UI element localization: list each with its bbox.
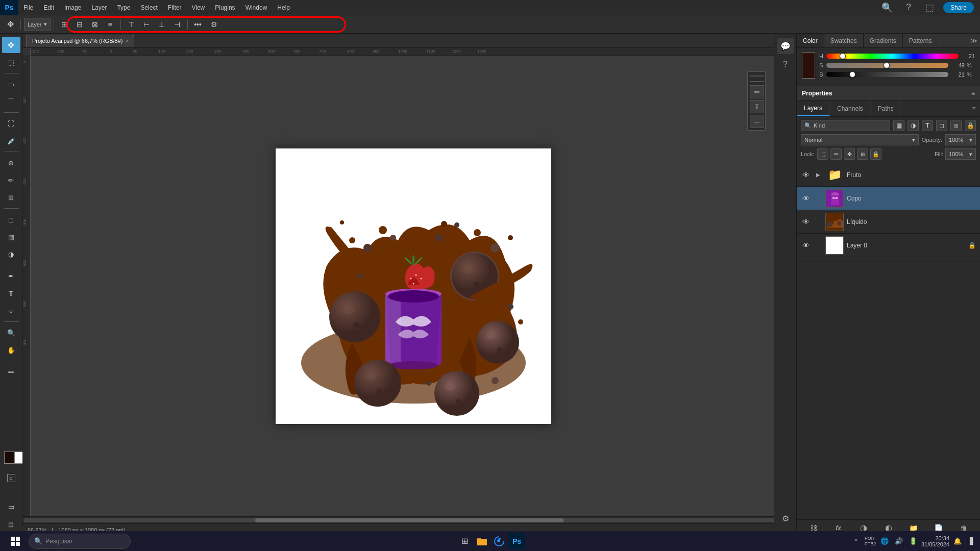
menu-layer[interactable]: Layer: [86, 0, 112, 15]
tab-paths[interactable]: Paths: [871, 101, 901, 116]
show-desktop-btn[interactable]: ▋: [966, 536, 976, 546]
zoom-tool-btn[interactable]: 🔍: [2, 324, 20, 341]
fruto-visibility-btn[interactable]: 👁: [801, 170, 811, 180]
brush-tool-btn[interactable]: ✏: [2, 172, 20, 188]
search-bar[interactable]: 🔍 Pesquisar: [29, 534, 131, 549]
layers-panel-menu[interactable]: ≡: [968, 101, 980, 117]
fruto-expand-btn[interactable]: ▶: [814, 171, 822, 179]
canvas-content[interactable]: ✏ T —: [31, 56, 796, 516]
kind-shape-btn[interactable]: ◻: [936, 120, 947, 131]
blend-mode-dropdown[interactable]: Normal ▾: [801, 134, 919, 145]
align-left-icon[interactable]: ⊞: [57, 18, 71, 31]
volume-icon[interactable]: 🔊: [894, 536, 904, 546]
layer-dropdown[interactable]: Layer ▾: [24, 18, 51, 31]
tab-channels[interactable]: Channels: [830, 101, 871, 116]
layer-item-copo[interactable]: 👁 Copo: [797, 187, 980, 210]
bri-slider[interactable]: [826, 72, 948, 77]
fill-value[interactable]: 100% ▾: [945, 148, 976, 160]
network-icon[interactable]: 🌐: [879, 536, 890, 546]
ps-taskbar-icon[interactable]: Ps: [508, 533, 525, 549]
layer0-visibility-btn[interactable]: 👁: [801, 240, 811, 251]
color-panel-collapse[interactable]: ≫: [968, 34, 980, 48]
show-hidden-icons-btn[interactable]: ^: [851, 536, 861, 546]
lock-pixels-btn[interactable]: ✏: [830, 148, 842, 160]
h-scrollbar[interactable]: [22, 516, 796, 523]
align-right-icon[interactable]: ⊠: [88, 18, 102, 31]
properties-menu-btn[interactable]: ≡: [971, 90, 975, 97]
tab-color[interactable]: Color: [797, 34, 824, 47]
menu-select[interactable]: Select: [135, 0, 162, 15]
arrange-icon[interactable]: ⬚: [922, 0, 938, 16]
settings-icon[interactable]: ⚙: [777, 510, 794, 527]
lock-transparent-btn[interactable]: ⬚: [817, 148, 828, 160]
edge-taskbar-icon[interactable]: [491, 533, 507, 549]
align-full-icon[interactable]: ≡: [103, 18, 117, 31]
clone-tool-btn[interactable]: ⊞: [2, 189, 20, 206]
dist-mid-icon[interactable]: ⊢: [139, 18, 154, 31]
learn-icon[interactable]: ?: [777, 56, 794, 72]
liquido-visibility-btn[interactable]: 👁: [801, 217, 811, 227]
crop-tool-btn[interactable]: ⛶: [2, 115, 20, 132]
menu-plugins[interactable]: Plugins: [210, 0, 240, 15]
task-view-btn[interactable]: ⊞: [456, 533, 473, 549]
document-tab[interactable]: Projeto Acai.psd @ 66,7% (RGB/8#) ×: [27, 35, 134, 47]
tab-gradients[interactable]: Gradients: [864, 34, 903, 47]
share-button[interactable]: Share: [943, 2, 974, 13]
kind-dropdown[interactable]: 🔍 Kind: [801, 120, 890, 131]
help-icon[interactable]: ?: [900, 0, 917, 16]
menu-edit[interactable]: Edit: [38, 0, 59, 15]
notification-btn[interactable]: 🔔: [952, 536, 963, 546]
frame-tool-btn[interactable]: ▭: [2, 498, 20, 515]
dist-full-icon[interactable]: ⊣: [170, 18, 184, 31]
tab-swatches[interactable]: Swatches: [824, 34, 864, 47]
lock-all-btn[interactable]: 🔒: [870, 148, 881, 160]
layer-item-liquido[interactable]: 👁 Líquido: [797, 210, 980, 234]
mini-shape-btn[interactable]: —: [750, 115, 764, 128]
quick-mask-btn[interactable]: ⊙: [7, 474, 15, 482]
marquee-tool-btn[interactable]: ▭: [2, 76, 20, 92]
menu-view[interactable]: View: [186, 0, 210, 15]
hue-slider[interactable]: [826, 54, 959, 59]
more-options-btn[interactable]: •••: [191, 18, 205, 31]
menu-file[interactable]: File: [18, 0, 38, 15]
copo-visibility-btn[interactable]: 👁: [801, 193, 811, 204]
lock-position-btn[interactable]: ✥: [844, 148, 855, 160]
menu-image[interactable]: Image: [59, 0, 86, 15]
dodge-tool-btn[interactable]: ◑: [2, 246, 20, 262]
menu-help[interactable]: Help: [272, 0, 295, 15]
kind-pixel-btn[interactable]: ▦: [893, 120, 904, 131]
kind-locked-btn[interactable]: 🔒: [965, 120, 976, 131]
menu-type[interactable]: Type: [112, 0, 135, 15]
layer-item-fruto[interactable]: 👁 ▶ 📁 Fruto: [797, 163, 980, 187]
align-center-h-icon[interactable]: ⊟: [72, 18, 87, 31]
artboard-tool-btn[interactable]: ⬚: [2, 54, 20, 70]
move-options-icon[interactable]: ✥: [3, 18, 17, 31]
menu-window[interactable]: Window: [240, 0, 273, 15]
search-panel-icon[interactable]: 🔍: [879, 0, 895, 16]
comment-icon[interactable]: 💬: [777, 38, 794, 54]
move-tool-btn[interactable]: ✥: [2, 37, 20, 53]
kind-smartobj-btn[interactable]: ⊞: [950, 120, 962, 131]
tab-close-btn[interactable]: ×: [126, 38, 129, 44]
settings-btn[interactable]: ⚙: [207, 18, 222, 31]
win-start-btn[interactable]: [4, 531, 27, 552]
eyedropper-tool-btn[interactable]: 💉: [2, 133, 20, 149]
hand-tool-btn[interactable]: ✋: [2, 342, 20, 358]
kind-adj-btn[interactable]: ◑: [908, 120, 919, 131]
layer-item-layer0[interactable]: 👁 Layer 0 🔒: [797, 234, 980, 257]
eraser-tool-btn[interactable]: ◻: [2, 211, 20, 228]
healing-tool-btn[interactable]: ⊕: [2, 155, 20, 171]
menu-filter[interactable]: Filter: [163, 0, 187, 15]
type-tool-btn[interactable]: T: [2, 285, 20, 302]
mini-brush-btn[interactable]: ✏: [750, 85, 764, 98]
lock-artboard-btn[interactable]: ⊞: [857, 148, 868, 160]
color-preview-swatch[interactable]: [802, 52, 815, 79]
kind-type-btn[interactable]: T: [922, 120, 933, 131]
tab-patterns[interactable]: Patterns: [903, 34, 939, 47]
dist-top-icon[interactable]: ⊤: [124, 18, 138, 31]
lasso-tool-btn[interactable]: ⌒: [2, 93, 20, 110]
more-tools-btn[interactable]: •••: [2, 364, 20, 380]
mini-type-btn[interactable]: T: [750, 100, 764, 113]
shape-tool-btn[interactable]: ○: [2, 303, 20, 319]
gradient-tool-btn[interactable]: ▦: [2, 229, 20, 245]
